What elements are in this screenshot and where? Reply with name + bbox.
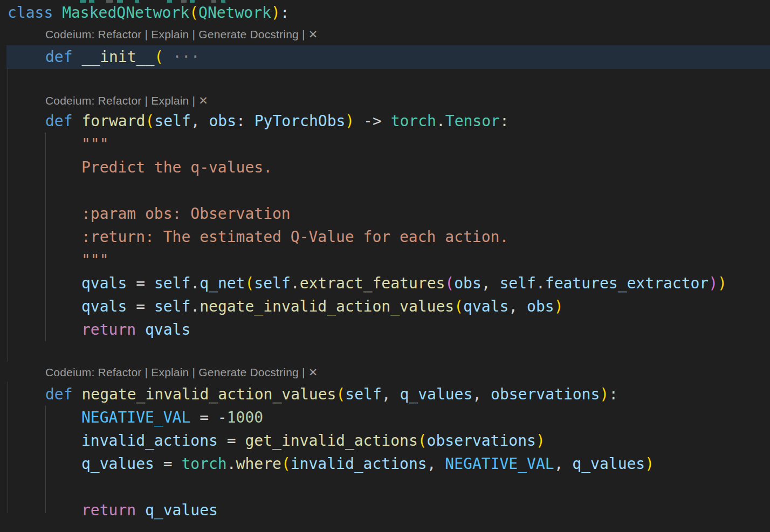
- code-token: :: [609, 385, 618, 403]
- codelens-action-link[interactable]: Explain: [151, 28, 189, 40]
- code-token: where: [236, 455, 281, 473]
- codelens-separator: |: [189, 366, 199, 378]
- code-token: qvals: [81, 298, 127, 315]
- code-token: invalid_actions: [81, 432, 218, 450]
- code-token: (: [154, 48, 163, 66]
- codelens-dismiss-icon[interactable]: ✕: [198, 94, 208, 107]
- codelens-action-link[interactable]: Explain: [151, 366, 189, 378]
- codelens-init: Codeium: Refactor | Explain | Generate D…: [0, 25, 770, 44]
- line-blank: [0, 475, 770, 499]
- code-token: (: [418, 432, 427, 450]
- code-token: extract_features: [300, 274, 445, 292]
- code-token: obs: [527, 298, 554, 315]
- codelens-dismiss-icon[interactable]: ✕: [308, 28, 318, 40]
- code-token: .: [227, 455, 236, 473]
- line-forward-def: def forward(self, obs: PyTorchObs) -> to…: [0, 109, 770, 133]
- code-token: def: [45, 112, 81, 130]
- code-token: .: [291, 274, 300, 292]
- line-qvals-qnet: qvals = self.q_net(self.extract_features…: [0, 272, 770, 295]
- code-token: ,: [472, 385, 491, 403]
- codelens-separator: |: [189, 28, 199, 40]
- line-qvals-negate: qvals = self.negate_invalid_action_value…: [0, 295, 770, 318]
- code-token: (: [145, 112, 154, 130]
- line-negative-val: NEGATIVE_VAL = -1000: [0, 406, 770, 429]
- codelens-forward: Codeium: Refactor | Explain | ✕: [0, 91, 770, 110]
- code-token: q_values: [400, 385, 472, 403]
- code-token: .: [190, 274, 200, 292]
- codelens-separator: |: [189, 94, 199, 107]
- code-token: observations: [427, 432, 536, 450]
- code-token: ,: [482, 274, 500, 292]
- code-token: obs: [209, 112, 236, 130]
- code-token: torch: [391, 112, 436, 130]
- code-token: observations: [491, 385, 600, 403]
- codelens-negate: Codeium: Refactor | Explain | Generate D…: [0, 363, 770, 382]
- code-token: ): [600, 385, 609, 403]
- code-token: (: [189, 4, 198, 22]
- code-token: class: [8, 4, 62, 22]
- code-token: self: [500, 274, 536, 292]
- code-editor: class MaskedQNetwork(QNetwork):Codeium: …: [0, 0, 770, 532]
- line-docstring-summary: Predict the q-values.: [0, 156, 770, 179]
- code-token: ,: [382, 385, 400, 403]
- codelens-action-link[interactable]: Codeium: Refactor: [45, 28, 141, 40]
- code-token: NEGATIVE_VAL: [81, 409, 190, 426]
- code-token: =: [127, 298, 154, 315]
- line-class-def: class MaskedQNetwork(QNetwork):: [0, 1, 770, 24]
- code-token: negate_invalid_action_values: [81, 385, 336, 403]
- code-token: ,: [554, 455, 573, 473]
- code-token: obs: [454, 274, 482, 292]
- line-blank: [0, 341, 770, 364]
- fold-ellipsis[interactable]: ···: [163, 48, 200, 66]
- line-return-qvals: return qvals: [0, 318, 770, 341]
- codelens-dismiss-icon[interactable]: ✕: [308, 366, 318, 378]
- code-token: q_values: [81, 455, 154, 473]
- code-token: ,: [508, 298, 527, 315]
- code-token: qvals: [463, 298, 508, 315]
- codelens-separator: |: [141, 28, 151, 40]
- code-token: PyTorchObs: [255, 112, 346, 130]
- codelens-action-link[interactable]: Generate Docstring: [198, 28, 299, 40]
- code-token: :return: The estimated Q-Value for each …: [81, 228, 508, 246]
- code-token: (: [336, 385, 345, 403]
- code-token: self: [154, 274, 190, 292]
- codelens-action-link[interactable]: Explain: [151, 94, 189, 107]
- code-token: self: [254, 274, 290, 292]
- line-docstring-close: """: [0, 248, 770, 272]
- code-token: ->: [354, 112, 390, 130]
- code-token: QNetwork: [198, 4, 271, 22]
- code-token: (: [454, 298, 463, 315]
- codelens-action-link[interactable]: Codeium: Refactor: [45, 366, 141, 378]
- codelens-separator: |: [141, 366, 151, 378]
- code-token: (: [445, 274, 454, 292]
- code-token: =: [154, 455, 182, 473]
- code-lines: class MaskedQNetwork(QNetwork):Codeium: …: [0, 0, 770, 532]
- code-token: (: [281, 455, 291, 473]
- codelens-action-link[interactable]: Generate Docstring: [198, 366, 299, 378]
- code-token: MaskedQNetwork: [62, 4, 189, 22]
- codelens-separator: |: [141, 94, 151, 107]
- line-init-def-folded: def __init__( ···: [0, 45, 770, 68]
- code-token: =: [127, 274, 154, 292]
- line-return-qvalues: return q_values: [0, 499, 770, 522]
- code-token: q_values: [145, 501, 218, 519]
- code-token: ): [554, 298, 563, 315]
- code-token: ): [345, 112, 354, 130]
- code-token: ,: [191, 112, 209, 130]
- code-token: =: [218, 432, 245, 450]
- line-blank: [0, 179, 770, 202]
- code-token: Predict the q-values.: [81, 158, 272, 176]
- code-token: invalid_actions: [291, 455, 427, 473]
- code-token: return: [81, 501, 145, 519]
- code-token: ,: [427, 455, 445, 473]
- code-token: return: [81, 321, 145, 338]
- code-token: ): [271, 4, 280, 22]
- code-token: (: [245, 274, 254, 292]
- code-token: q_values: [572, 455, 645, 473]
- code-token: self: [345, 385, 381, 403]
- code-token: Tensor: [445, 112, 500, 130]
- codelens-action-link[interactable]: Codeium: Refactor: [45, 94, 141, 107]
- code-token: torch: [181, 455, 226, 473]
- code-token: def: [45, 385, 81, 403]
- line-docstring-return: :return: The estimated Q-Value for each …: [0, 225, 770, 248]
